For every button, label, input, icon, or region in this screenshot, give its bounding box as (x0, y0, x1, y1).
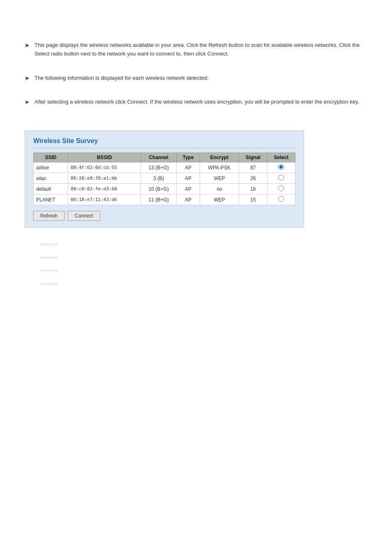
cell-signal: 26 (239, 173, 267, 184)
bullet-text-2: The following information is displayed f… (35, 74, 208, 83)
bullet-section-2: ➤ The following information is displayed… (25, 74, 367, 83)
select-radio[interactable] (278, 175, 284, 180)
cell-ssid: default (34, 184, 68, 194)
cell-channel: 13 (B+G) (141, 162, 176, 173)
cell-channel: 10 (B+G) (141, 184, 176, 194)
table-row: wlan00:20:e0:39:a1:bb3 (B)APWEP26 (34, 173, 295, 184)
col-header-channel: Channel (141, 153, 176, 162)
bullet-arrow-2: ➤ (25, 75, 30, 81)
cell-select[interactable] (267, 173, 295, 184)
wireless-site-survey-panel: Wireless Site Survey SSID BSSID Channel … (25, 130, 304, 228)
cell-type: AP (177, 173, 200, 184)
bullet-section-1: ➤ This page displays the wireless networ… (25, 41, 367, 58)
select-radio[interactable] (278, 185, 284, 191)
cell-type: AP (177, 184, 200, 194)
cell-channel: 3 (B) (141, 173, 176, 184)
bullet-arrow-3: ➤ (25, 99, 30, 105)
table-row: PLANET00:18:e7:11:43:d611 (B+G)APWEP15 (34, 194, 295, 205)
cell-type: AP (177, 162, 200, 173)
select-radio[interactable] (278, 196, 284, 202)
table-row: airlive00:4f:62:0d:cb:5513 (B+G)APWPA-PS… (34, 162, 295, 173)
dot-line-4: ...... (41, 279, 367, 285)
cell-signal: 87 (239, 162, 267, 173)
col-header-encrypt: Encrypt (200, 153, 239, 162)
cell-signal: 15 (239, 194, 267, 205)
bullet-arrow-1: ➤ (25, 42, 30, 49)
bullet-text-1: This page displays the wireless networks… (35, 41, 367, 58)
survey-panel-title: Wireless Site Survey (33, 137, 295, 148)
refresh-button[interactable]: Refresh (33, 211, 65, 221)
col-header-signal: Signal (239, 153, 267, 162)
col-header-bssid: BSSID (68, 153, 141, 162)
cell-channel: 11 (B+G) (141, 194, 176, 205)
select-radio[interactable] (278, 164, 284, 170)
cell-ssid: wlan (34, 173, 68, 184)
cell-select[interactable] (267, 184, 295, 194)
bullet-section-3: ➤ After selecting a wireless network cli… (25, 98, 367, 106)
cell-ssid: PLANET (34, 194, 68, 205)
bullet-text-3: After selecting a wireless network click… (35, 98, 359, 106)
table-row: default00:c0:02:fe:d3:6810 (B+G)APno16 (34, 184, 295, 194)
action-buttons: Refresh Connect (33, 211, 295, 221)
cell-encrypt: WEP (200, 173, 239, 184)
cell-encrypt: no (200, 184, 239, 194)
cell-signal: 16 (239, 184, 267, 194)
cell-select[interactable] (267, 162, 295, 173)
dot-line-3: ...... (41, 266, 367, 272)
col-header-select: Select (267, 153, 295, 162)
survey-table: SSID BSSID Channel Type Encrypt Signal S… (33, 153, 295, 205)
connect-button[interactable]: Connect (68, 211, 100, 221)
table-header-row: SSID BSSID Channel Type Encrypt Signal S… (34, 153, 295, 162)
dots-section: ........................ (41, 239, 367, 285)
cell-encrypt: WEP (200, 194, 239, 205)
cell-select[interactable] (267, 194, 295, 205)
cell-bssid: 00:4f:62:0d:cb:55 (68, 162, 141, 173)
cell-encrypt: WPA-PSK (200, 162, 239, 173)
dot-line-1: ...... (41, 239, 367, 246)
col-header-ssid: SSID (34, 153, 68, 162)
dot-line-2: ...... (41, 252, 367, 259)
cell-bssid: 00:20:e0:39:a1:bb (68, 173, 141, 184)
col-header-type: Type (177, 153, 200, 162)
cell-ssid: airlive (34, 162, 68, 173)
cell-bssid: 00:c0:02:fe:d3:68 (68, 184, 141, 194)
cell-bssid: 00:18:e7:11:43:d6 (68, 194, 141, 205)
cell-type: AP (177, 194, 200, 205)
